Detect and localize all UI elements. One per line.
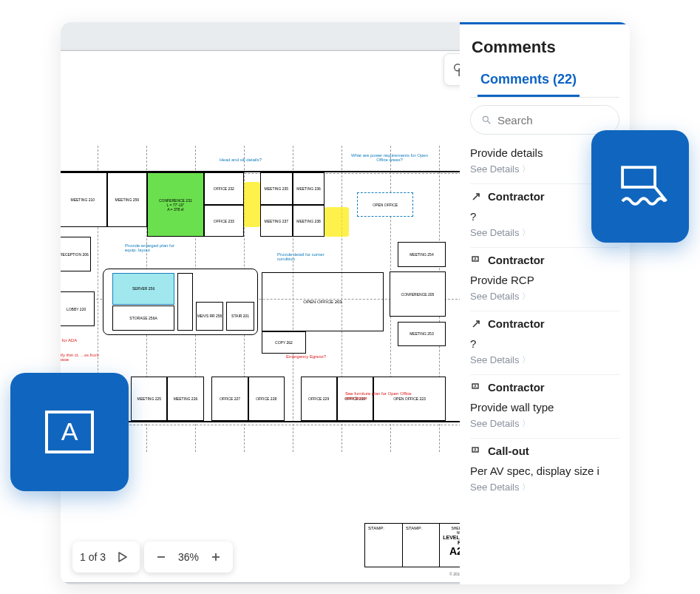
page-toolbar: 1 of 3 36% <box>72 541 233 573</box>
room-office-227: OFFICE 227 <box>211 377 248 421</box>
plus-icon <box>211 552 221 562</box>
room-corridor <box>177 273 193 330</box>
comment-message: Per AV spec, display size i <box>470 457 619 477</box>
app-card: MEETING 210 MEETING 259 CONFERENCE 231 L… <box>61 22 630 584</box>
room-office-228: OFFICE 228 <box>248 377 285 421</box>
highlight-markup <box>244 182 260 226</box>
next-page-button[interactable] <box>113 547 132 567</box>
svg-rect-17 <box>622 167 655 187</box>
search-input[interactable] <box>497 114 608 126</box>
room-office-229: OFFICE 229 <box>301 377 337 421</box>
drawing-viewer[interactable]: MEETING 210 MEETING 259 CONFERENCE 231 L… <box>61 22 460 584</box>
play-icon <box>118 552 128 562</box>
chevron-right-icon: 〉 <box>522 418 530 429</box>
room-meeting-236: MEETING 236 <box>293 172 325 205</box>
room-lobby: LOBBY 220 <box>61 291 95 326</box>
arrow-icon <box>470 191 482 203</box>
comment-message: Provide wall type <box>470 394 619 414</box>
svg-line-10 <box>473 321 479 327</box>
comment-group-header[interactable]: A Contractor <box>470 375 619 394</box>
room-area: A = 378 sf <box>159 207 192 212</box>
callout-icon: A <box>470 445 482 457</box>
see-details-link[interactable]: See Details〉 <box>470 350 619 374</box>
comment-group-header[interactable]: A Call-out <box>470 439 619 457</box>
annotation-chase: ...ify thin ct. ...ss from chase <box>61 353 101 362</box>
highlight-markup <box>324 207 349 237</box>
room-server: SERVER 256 <box>112 273 174 304</box>
page-nav-pill: 1 of 3 <box>72 541 140 573</box>
zoom-out-button[interactable] <box>152 547 171 567</box>
drawing-sheet: MEETING 210 MEETING 259 CONFERENCE 231 L… <box>61 50 504 583</box>
room-office-233: OFFICE 233 <box>204 205 245 237</box>
comment-message: ? <box>470 330 619 350</box>
annotation-ada: ... for ADA <box>61 338 77 342</box>
group-label: Contractor <box>488 254 545 266</box>
markup-icon <box>608 155 672 218</box>
group-label: Contractor <box>488 190 545 203</box>
room-open-office-203: OPEN OFFICE 203 <box>262 272 384 331</box>
comments-title: Comments <box>472 38 619 57</box>
room-stair: STAIR 201 <box>226 302 254 331</box>
arrow-icon <box>470 318 482 330</box>
textbox-icon: A <box>41 403 98 461</box>
annotation-egress: Emergency Egress? <box>286 354 326 359</box>
text-tool-tile[interactable]: A <box>10 373 129 491</box>
comment-group-header[interactable]: Contractor <box>470 311 619 330</box>
chevron-right-icon: 〉 <box>522 482 530 493</box>
comments-search[interactable] <box>470 105 619 135</box>
room-label: CONFERENCE 231 <box>159 198 192 203</box>
see-details-link[interactable]: See Details〉 <box>470 414 619 438</box>
room-meeting-253: MEETING 253 <box>398 322 446 347</box>
annotation-head-sill: Head and sill details? <box>220 158 262 162</box>
see-details-link[interactable]: See Details〉 <box>470 477 619 502</box>
room-meeting-235: MEETING 235 <box>260 172 293 205</box>
room-mens-rr: MEN'S RR 258 <box>196 302 223 331</box>
zoom-level: 36% <box>178 551 199 563</box>
page-indicator: 1 of 3 <box>80 551 106 563</box>
room-storage: STORAGE 256A <box>112 306 174 330</box>
annotation-power: What are power requirements for Open Off… <box>345 153 434 162</box>
room-reception: RECEPTION 206 <box>61 237 91 271</box>
search-icon <box>481 114 492 126</box>
svg-point-5 <box>483 116 488 121</box>
room-meeting-237: MEETING 237 <box>260 205 293 237</box>
room-meeting-226: MEETING 226 <box>167 377 203 421</box>
room-meeting-210: MEETING 210 <box>61 172 107 227</box>
group-label: Contractor <box>488 317 545 330</box>
callout-icon: A <box>470 382 482 394</box>
room-open-office-cloud: OPEN OFFICE <box>357 192 413 217</box>
see-details-link[interactable]: See Details〉 <box>470 286 619 311</box>
room-meeting-238: MEETING 238 <box>293 205 325 237</box>
group-label: Contractor <box>488 381 545 394</box>
room-copy: COPY 262 <box>262 331 306 354</box>
markup-tool-tile[interactable] <box>591 130 689 243</box>
svg-text:A: A <box>474 384 477 388</box>
svg-line-7 <box>473 194 479 200</box>
chevron-right-icon: 〉 <box>522 354 530 365</box>
comment-message: Provide RCP <box>470 266 619 286</box>
room-meeting-254: MEETING 254 <box>398 242 446 267</box>
zoom-pill: 36% <box>144 541 233 573</box>
group-label: Call-out <box>488 445 529 457</box>
building-core: SERVER 256 STORAGE 256A MEN'S RR 258 STA… <box>103 269 258 335</box>
annotation-equip: Provide enlarged plan for equip. layout <box>125 243 177 252</box>
callout-icon: A <box>470 254 482 266</box>
svg-line-6 <box>488 121 490 124</box>
comments-tabbar: Comments (22) <box>470 67 619 98</box>
chevron-right-icon: 〉 <box>522 163 530 175</box>
chevron-right-icon: 〉 <box>522 227 530 238</box>
room-conference-231: CONFERENCE 231 L = 77'-10" A = 378 sf <box>147 172 203 237</box>
comment-group-header[interactable]: A Contractor <box>470 248 619 266</box>
minus-icon <box>156 552 166 562</box>
chevron-right-icon: 〉 <box>522 291 530 302</box>
annotation-furniture: See furniture plan for Open Office area … <box>345 391 412 400</box>
zoom-in-button[interactable] <box>206 547 225 567</box>
comments-panel: Comments Comments (22) Provide details S… <box>460 22 630 584</box>
room-meeting-259: MEETING 259 <box>107 172 148 227</box>
svg-text:A: A <box>61 417 78 445</box>
titleblock-stamp: STAMP: <box>365 524 402 567</box>
room-meeting-225: MEETING 225 <box>131 377 167 421</box>
svg-text:A: A <box>474 448 477 452</box>
tab-comments[interactable]: Comments (22) <box>478 67 580 97</box>
room-conference-205: CONFERENCE 205 <box>390 271 446 316</box>
